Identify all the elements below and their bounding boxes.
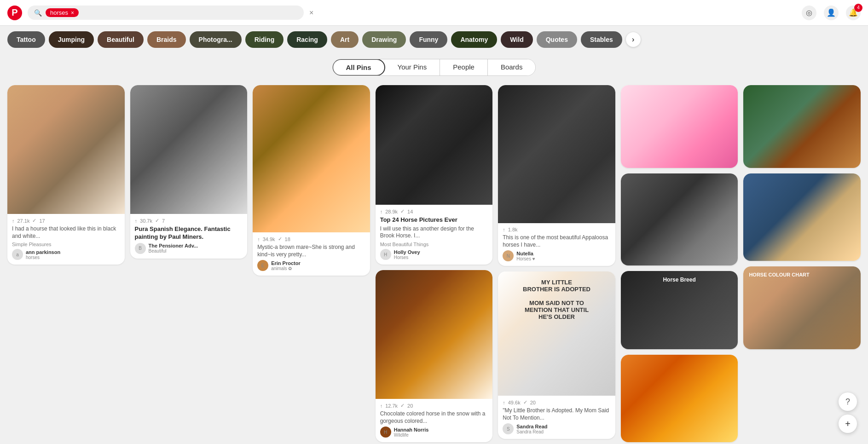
pin-card[interactable]: MY LITTLEBROTHER IS ADOPTEDMOM SAID NOT … xyxy=(498,271,615,439)
help-button[interactable]: ? xyxy=(839,392,857,411)
pin-card[interactable] xyxy=(621,85,738,168)
explore-icon: ◎ xyxy=(806,8,812,17)
pin-description: Mystic-a brown mare~She is strong and ki… xyxy=(257,244,365,258)
pin-info: ↑ 27.1k ✓ 17 I had a hourse that looked … xyxy=(7,214,125,265)
pin-card[interactable] xyxy=(621,355,738,442)
user-avatar: E xyxy=(257,260,268,271)
pinterest-logo[interactable]: P xyxy=(7,6,22,20)
user-name: ann parkinson xyxy=(26,249,60,255)
pin-card[interactable]: HORSE COLOUR CHART xyxy=(743,266,861,349)
pin-image xyxy=(743,173,861,261)
pin-card[interactable]: Horse Breed xyxy=(621,271,738,349)
like-icon: ✓ xyxy=(400,403,405,409)
tab-people[interactable]: People xyxy=(440,59,488,75)
like-icon: ✓ xyxy=(400,208,405,214)
filter-chip-stables[interactable]: Stables xyxy=(581,31,622,48)
tab-boards[interactable]: Boards xyxy=(488,59,536,75)
user-board: Beautiful xyxy=(149,248,198,254)
filter-chip-quotes[interactable]: Quotes xyxy=(537,31,577,48)
like-icon: ✓ xyxy=(278,236,282,242)
pin-image xyxy=(376,85,493,205)
user-name: Hannah Norris xyxy=(394,427,429,432)
pin-image: MY LITTLEBROTHER IS ADOPTEDMOM SAID NOT … xyxy=(498,271,615,396)
filter-chip-wild[interactable]: Wild xyxy=(501,31,532,48)
pin-card[interactable] xyxy=(621,173,738,265)
pin-user: a ann parkinson horses xyxy=(12,249,120,260)
user-avatar: H xyxy=(380,427,391,438)
repin-arrow-icon: ↑ xyxy=(12,218,15,224)
repin-count: 30.7k xyxy=(140,218,152,224)
pin-card[interactable]: ↑ 28.9k ✓ 14 Top 24 Horse Pictures Ever … xyxy=(376,85,493,265)
filter-chip-photography[interactable]: Photogra... xyxy=(190,31,242,48)
pin-image xyxy=(621,355,738,442)
pin-card[interactable]: ↑ 1.8k This is one of the most beautiful… xyxy=(498,85,615,266)
user-avatar: a xyxy=(12,249,23,260)
search-tag[interactable]: horses × xyxy=(46,8,79,17)
pin-user: B The Pensioner Adv... Beautiful xyxy=(135,243,243,254)
filter-chip-anatomy[interactable]: Anatomy xyxy=(451,31,497,48)
zoom-button[interactable]: + xyxy=(839,415,857,433)
search-tag-text: horses xyxy=(50,9,68,16)
pin-card[interactable]: ↑ 34.9k ✓ 18 Mystic-a brown mare~She is … xyxy=(253,85,370,276)
pin-image xyxy=(743,85,861,168)
filter-chip-braids[interactable]: Braids xyxy=(147,31,186,48)
filter-chip-jumping[interactable]: Jumping xyxy=(49,31,94,48)
pin-title: Pura Spanish Elegance. Fantastic paintin… xyxy=(135,225,243,241)
pin-info: ↑ 30.7k ✓ 7 Pura Spanish Elegance. Fanta… xyxy=(130,214,248,259)
explore-button[interactable]: ◎ xyxy=(802,6,816,20)
pin-stats: ↑ 12.7k ✓ 20 xyxy=(380,403,488,409)
account-button[interactable]: 👤 xyxy=(824,6,839,20)
search-bar[interactable]: 🔍 horses × xyxy=(28,6,304,20)
pin-stats: ↑ 34.9k ✓ 18 xyxy=(257,236,365,242)
like-count: 7 xyxy=(162,218,165,224)
search-tag-remove[interactable]: × xyxy=(71,10,74,16)
pin-card[interactable] xyxy=(743,85,861,168)
pin-card[interactable] xyxy=(743,173,861,261)
like-count: 14 xyxy=(407,209,413,214)
pin-description: I will use this as another design for th… xyxy=(380,225,488,240)
pin-image xyxy=(376,270,493,399)
filter-chip-funny[interactable]: Funny xyxy=(410,31,447,48)
close-search-icon[interactable]: × xyxy=(309,9,313,17)
pin-user: S Sandra Read Sandra Read xyxy=(503,423,611,434)
like-count: 20 xyxy=(530,400,536,405)
tab-group: All Pins Your Pins People Boards xyxy=(332,59,536,76)
user-board: Sandra Read xyxy=(516,429,547,434)
filter-next-arrow[interactable]: › xyxy=(626,32,641,47)
tab-your-pins[interactable]: Your Pins xyxy=(385,59,440,75)
filter-chip-art[interactable]: Art xyxy=(331,31,359,48)
pin-image xyxy=(7,85,125,214)
user-avatar: B xyxy=(135,243,146,254)
filter-chip-riding[interactable]: Riding xyxy=(245,31,284,48)
pin-description: "My Little Brother is Adopted. My Mom Sa… xyxy=(503,407,611,421)
like-count: 18 xyxy=(285,236,290,242)
user-name: The Pensioner Adv... xyxy=(149,243,198,248)
user-board: Wildlife xyxy=(394,432,429,438)
header-right: ◎ 👤 🔔 4 xyxy=(802,6,861,20)
pin-card[interactable]: ↑ 12.7k ✓ 20 Chocolate colored horse in … xyxy=(376,270,493,442)
filter-chip-beautiful[interactable]: Beautiful xyxy=(98,31,144,48)
help-icon: ? xyxy=(845,397,850,407)
filter-chip-racing[interactable]: Racing xyxy=(287,31,327,48)
like-icon: ✓ xyxy=(32,218,36,224)
repin-count: 34.9k xyxy=(263,236,275,242)
filter-chip-drawing[interactable]: Drawing xyxy=(362,31,406,48)
repin-count: 12.7k xyxy=(385,403,398,409)
pin-image xyxy=(621,173,738,265)
repin-arrow-icon: ↑ xyxy=(257,236,260,242)
pin-user: H Hannah Norris Wildlife xyxy=(380,427,488,438)
like-icon: ✓ xyxy=(523,399,527,405)
repin-count: 49.6k xyxy=(508,400,521,405)
user-avatar: H xyxy=(380,249,391,260)
search-input[interactable] xyxy=(82,9,297,17)
tab-all-pins[interactable]: All Pins xyxy=(332,59,385,76)
pin-card[interactable]: ↑ 30.7k ✓ 7 Pura Spanish Elegance. Fanta… xyxy=(130,85,248,259)
pin-card[interactable]: ↑ 27.1k ✓ 17 I had a hourse that looked … xyxy=(7,85,125,265)
repin-count: 28.9k xyxy=(385,209,398,214)
filter-chip-tattoo[interactable]: Tattoo xyxy=(7,31,45,48)
notifications-button[interactable]: 🔔 4 xyxy=(846,6,861,20)
pin-image xyxy=(498,85,615,223)
pin-source: Simple Pleasures xyxy=(12,242,120,247)
pin-description: This is one of the most beautiful Appalo… xyxy=(503,234,611,248)
pin-stats: ↑ 30.7k ✓ 7 xyxy=(135,218,243,224)
